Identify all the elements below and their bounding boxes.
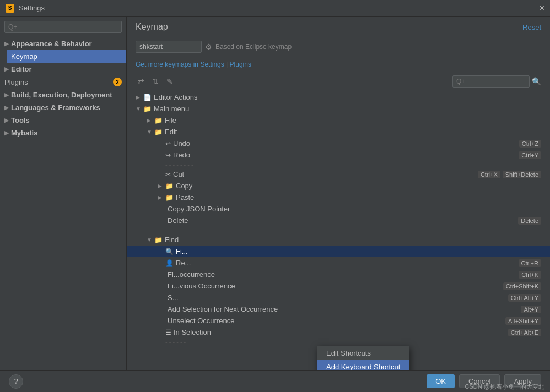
tree-item-label: Cut — [173, 170, 476, 178]
folder-icon: 📁 — [154, 128, 163, 136]
tree-group-editor-actions[interactable]: ▶ 📄 Editor Actions — [127, 91, 550, 103]
list-icon: ☰ — [165, 329, 171, 336]
arrow-icon: ▶ — [4, 130, 9, 136]
tree-item-find[interactable]: 🔍 Fi... — [127, 246, 550, 257]
cut-icon: ✂ — [165, 171, 171, 178]
shortcut-badge: Alt+Shift+Y — [505, 317, 541, 325]
redo-icon: ↪ — [165, 151, 171, 159]
search-icon: 🔍 — [165, 248, 174, 255]
arrow-icon: ▶ — [4, 41, 9, 47]
tree-item-unselect[interactable]: Unselect Occurrence Alt+Shift+Y — [127, 315, 550, 326]
tree-item-cut[interactable]: ✂ Cut Ctrl+X Shift+Delete — [127, 168, 550, 180]
tree-group-main-menu[interactable]: ▼ 📁 Main menu — [127, 103, 550, 115]
tree-item-label: Fi... — [176, 247, 541, 255]
ok-button[interactable]: OK — [427, 374, 455, 388]
reset-button[interactable]: Reset — [522, 23, 541, 31]
sidebar-item-plugins[interactable]: Plugins 2 — [0, 75, 126, 89]
edit-button[interactable]: ✎ — [164, 76, 175, 87]
sidebar-item-label: Mybatis — [11, 129, 37, 137]
sidebar-item-languages[interactable]: ▶ Tools — [0, 114, 126, 127]
tree-item-label: Add Selection for Next Occurrence — [168, 305, 519, 313]
get-more-keymaps-link[interactable]: Get more keymaps in Settings — [136, 61, 224, 68]
context-menu-edit-shortcuts[interactable]: Edit Shortcuts — [317, 346, 409, 360]
sidebar-item-version-control[interactable]: ▶ Build, Execution, Deployment — [0, 89, 126, 101]
expand-arrow-icon: ▶ — [147, 117, 154, 123]
collapse-all-button[interactable]: ⇅ — [150, 76, 161, 87]
folder-icon: 📁 — [165, 182, 174, 190]
tree-item-label: Fi...vious Occurrence — [168, 282, 501, 290]
keymap-select[interactable]: shkstart Eclipse Emacs Default — [136, 41, 202, 53]
tree-group-file[interactable]: ▶ 📁 File — [127, 115, 550, 126]
expand-arrow-icon: ▶ — [158, 194, 165, 200]
tree-item-add-selection-next[interactable]: Add Selection for Next Occurrence Alt+Y — [127, 303, 550, 315]
plugins-link[interactable]: Plugins — [230, 61, 251, 68]
tree-search-input[interactable] — [452, 75, 530, 88]
tree-item-replace[interactable]: 👤 Re... Ctrl+R — [127, 257, 550, 269]
sidebar-item-label: Editor — [11, 65, 32, 73]
shortcut-badge: Ctrl+K — [519, 271, 541, 279]
tree-toolbar: ⇄ ⇅ ✎ 🔍 — [127, 72, 550, 91]
expand-arrow-icon: ▼ — [136, 106, 143, 112]
tree-item-redo[interactable]: ↪ Redo Ctrl+Y — [127, 149, 550, 161]
tree-item-in-selection[interactable]: ☰ In Selection Ctrl+Alt+E — [127, 326, 550, 338]
tree-group-find[interactable]: ▼ 📁 Find — [127, 234, 550, 246]
tree-item-label: Find — [165, 236, 541, 244]
sidebar-item-label: Keymap — [11, 52, 37, 61]
keymap-toolbar: shkstart Eclipse Emacs Default ⚙ Based o… — [136, 36, 541, 57]
sidebar-search-input[interactable] — [4, 21, 122, 33]
shortcut-badge: Delete — [518, 217, 541, 225]
tree-item-label: Copy — [176, 182, 541, 190]
tree-item-select-next[interactable]: S... Ctrl+Alt+Y — [127, 292, 550, 303]
shortcut-badge: Ctrl+X — [478, 171, 500, 178]
shortcut-badge: Ctrl+Alt+E — [508, 329, 541, 336]
tree-item-label: Re... — [176, 259, 516, 267]
tree-divider-2: - - - - - - - - — [127, 226, 550, 234]
tree-group-copy[interactable]: ▶ 📁 Copy — [127, 180, 550, 192]
window-title: Settings — [19, 4, 45, 12]
sidebar-item-mybatis[interactable] — [0, 139, 126, 144]
expand-arrow-icon: ▼ — [147, 129, 154, 135]
sidebar-search-wrapper — [0, 17, 126, 37]
expand-arrow-icon: ▶ — [158, 183, 165, 189]
tree-item-find-prev[interactable]: Fi...vious Occurrence Ctrl+Shift+K — [127, 280, 550, 292]
tree-item-label: Main menu — [154, 105, 541, 113]
folder-icon: 📁 — [154, 236, 163, 244]
tree-item-label: Fi...occurrence — [168, 270, 516, 279]
undo-icon: ↩ — [165, 140, 171, 148]
tree-item-undo[interactable]: ↩ Undo Ctrl+Z — [127, 138, 550, 149]
sidebar: ▶ Appearance & Behavior Keymap ▶ Editor … — [0, 17, 127, 370]
title-bar: S Settings × — [0, 0, 550, 17]
tree-item-label: In Selection — [174, 328, 506, 336]
sidebar-item-keymap[interactable]: Keymap — [7, 50, 126, 63]
folder-icon: 📁 — [165, 194, 174, 202]
sidebar-item-label: Plugins — [4, 78, 113, 86]
app-icon: S — [6, 4, 14, 13]
gear-icon[interactable]: ⚙ — [205, 42, 212, 51]
tree-item-delete[interactable]: Delete Delete — [127, 215, 550, 226]
replace-icon: 👤 — [165, 259, 174, 267]
sidebar-item-tools[interactable]: ▶ Mybatis — [0, 127, 126, 139]
shortcut-badge-2: Shift+Delete — [503, 171, 541, 178]
sidebar-item-build[interactable]: ▶ Languages & Frameworks — [0, 101, 126, 114]
tree-area[interactable]: ▶ 📄 Editor Actions ▼ 📁 Main menu ▶ 📁 Fil… — [127, 91, 550, 370]
help-button[interactable]: ? — [9, 374, 23, 389]
arrow-icon: ▶ — [4, 105, 9, 111]
bottom-left: ? — [9, 374, 23, 389]
cancel-button[interactable]: Cancel — [459, 374, 500, 388]
close-button[interactable]: × — [540, 3, 544, 13]
tree-item-copy-json-pointer[interactable]: Copy JSON Pointer — [127, 203, 550, 215]
tree-item-label: S... — [168, 293, 506, 302]
context-menu-add-keyboard-shortcut[interactable]: Add Keyboard Shortcut — [317, 360, 409, 370]
context-menu: Edit Shortcuts Add Keyboard Shortcut Add… — [317, 346, 409, 370]
keymap-select-wrapper: shkstart Eclipse Emacs Default ⚙ Based o… — [136, 41, 292, 53]
folder-icon: 📁 — [154, 117, 163, 124]
tree-group-edit[interactable]: ▼ 📁 Edit — [127, 126, 550, 138]
tree-item-label: Editor Actions — [154, 93, 541, 101]
apply-button[interactable]: Apply — [504, 374, 541, 388]
sidebar-item-editor[interactable]: ▶ Editor — [0, 63, 126, 75]
tree-item-find-next[interactable]: Fi...occurrence Ctrl+K — [127, 269, 550, 280]
sidebar-item-appearance[interactable]: ▶ Appearance & Behavior — [0, 37, 126, 50]
tree-group-paste[interactable]: ▶ 📁 Paste — [127, 192, 550, 203]
expand-all-button[interactable]: ⇄ — [136, 76, 147, 87]
keymap-links: Get more keymaps in Settings | Plugins — [136, 57, 541, 72]
